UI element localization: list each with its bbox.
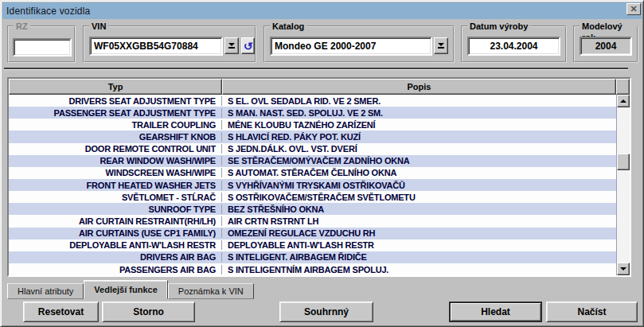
table-row[interactable]: AIR CURTAIN RESTRAINT(RH/LH) AIR CRTN RS…: [9, 215, 616, 227]
scrollbar-thumb[interactable]: [617, 154, 630, 170]
cell-typ: TRAILER COUPLING: [9, 120, 222, 130]
cell-typ: DRIVERS SEAT ADJUSTMENT TYPE: [9, 96, 222, 106]
cell-popis: DEPLOYABLE ANTI-W'LASH RESTR: [222, 240, 616, 250]
cell-typ: DOOR REMOTE CONTROL UNIT: [9, 144, 222, 154]
close-icon: ✕: [630, 5, 637, 14]
vertical-scrollbar[interactable]: [616, 95, 630, 275]
tab-vedlej-funkce[interactable]: Vedlejší funkce: [84, 280, 167, 299]
refresh-icon: ↺: [244, 40, 253, 53]
dropdown-arrow-icon: [438, 43, 444, 46]
cell-typ: AIR CURTAINS (USE CP1 FAMILY): [9, 228, 222, 238]
table-row[interactable]: PASSENGERS AIR BAG S INTELIGENTNÍM AIRBA…: [9, 263, 616, 275]
summary-button[interactable]: Souhrnný: [279, 302, 373, 322]
cell-typ: WINDSCREEN WASH/WIPE: [9, 168, 222, 177]
cell-popis: BEZ STŘEŠNÍHO OKNA: [222, 204, 616, 214]
scrollbar-track[interactable]: [617, 170, 630, 263]
table-rows: DRIVERS SEAT ADJUSTMENT TYPE S EL. OVL S…: [9, 95, 616, 275]
cell-typ: REAR WINDOW WASH/WIPE: [9, 156, 222, 165]
column-header-typ[interactable]: Typ: [9, 79, 222, 95]
close-button[interactable]: ✕: [626, 3, 641, 15]
titlebar[interactable]: Identifikace vozidla: [2, 2, 642, 19]
scroll-down-icon: [620, 267, 626, 271]
vin-input[interactable]: [91, 38, 221, 54]
cell-popis: SE STĚRAČEM/OMÝVAČEM ZADNÍHO OKNA: [222, 156, 616, 165]
tab-strip: Hlavní atributy Vedlejší funkce Poznámka…: [7, 280, 254, 299]
cell-typ: DRIVERS AIR BAG: [9, 252, 222, 262]
cell-popis: S INTELIGENTNÍM AIRBAGEM SPOLUJ.: [222, 265, 616, 274]
table-row[interactable]: REAR WINDOW WASH/WIPE SE STĚRAČEM/OMÝVAČ…: [9, 155, 616, 167]
table-row[interactable]: PASSENGER SEAT ADJUSTMENT TYPE S MAN. NA…: [9, 107, 616, 119]
cancel-button[interactable]: Storno: [102, 302, 195, 322]
cell-typ: SVĚTLOMET - STĹRAČ: [9, 193, 222, 202]
model-year-group: Modelový rok 2004: [573, 25, 638, 63]
table-row[interactable]: DOOR REMOTE CONTROL UNIT S JEDN.DÁLK. OV…: [9, 143, 616, 155]
column-header-popis[interactable]: Popis: [222, 79, 616, 95]
dropdown-underline-icon: [228, 47, 235, 49]
table-row[interactable]: FRONT HEATED WASHER JETS S VYHŘÍVANÝMI T…: [9, 179, 616, 191]
cell-typ: SUNROOF TYPE: [9, 204, 222, 214]
vin-dropdown-button[interactable]: [224, 37, 239, 54]
cell-popis: MÉNE KLOUBU TAZNÉHO ZARÍZENÍ: [222, 120, 616, 130]
cell-popis: S HLAVICÍ RED. PÁKY POT. KUZÍ: [222, 132, 616, 142]
separator-line: [4, 68, 628, 70]
dropdown-underline-icon: [438, 47, 444, 49]
tab-hlavn-atributy[interactable]: Hlavní atributy: [7, 283, 84, 299]
rz-group: RZ: [7, 25, 76, 63]
scroll-up-button[interactable]: [617, 95, 630, 107]
scroll-down-button[interactable]: [617, 263, 630, 275]
cell-popis: OMEZENÍ REGULACE VZDUCHU RH: [222, 228, 616, 238]
cell-typ: DEPLOYABLE ANTI-W'LASH RESTR: [9, 240, 222, 250]
cell-popis: S OSTŘIKOVAČEM/STĚRAČEM SVĚTLOMETU: [222, 193, 616, 202]
load-button[interactable]: Načíst: [546, 302, 638, 322]
katalog-dropdown-button[interactable]: [434, 37, 448, 54]
scroll-up-icon: [620, 99, 626, 103]
katalog-input[interactable]: [271, 38, 431, 54]
table-row[interactable]: SVĚTLOMET - STĹRAČ S OSTŘIKOVAČEM/STĚRAČ…: [9, 191, 616, 203]
rz-label: RZ: [14, 21, 30, 32]
table-row[interactable]: DEPLOYABLE ANTI-W'LASH RESTR DEPLOYABLE …: [9, 239, 616, 251]
production-date-input[interactable]: [469, 38, 559, 54]
table-row[interactable]: GEARSHIFT KNOB S HLAVICÍ RED. PÁKY POT. …: [9, 130, 616, 142]
table-row[interactable]: SUNROOF TYPE BEZ STŘEŠNÍHO OKNA: [9, 203, 616, 215]
cell-typ: FRONT HEATED WASHER JETS: [9, 181, 222, 190]
cell-popis: S VYHŘÍVANÝMI TRYSKAMI OSTŘIKOVAČŮ: [222, 181, 616, 190]
cell-popis: S JEDN.DÁLK. OVL. VST. DVERÍ: [222, 144, 616, 154]
table-row[interactable]: TRAILER COUPLING MÉNE KLOUBU TAZNÉHO ZAR…: [9, 119, 616, 130]
attributes-table: Typ Popis DRIVERS SEAT ADJUSTMENT TYPE S…: [7, 77, 631, 277]
vehicle-identification-dialog: Identifikace vozidla ✕ RZ VIN ↺ Katalog: [0, 0, 644, 327]
window-title: Identifikace vozidla: [6, 6, 90, 17]
table-row[interactable]: DRIVERS SEAT ADJUSTMENT TYPE S EL. OVL S…: [9, 95, 616, 107]
cell-typ: GEARSHIFT KNOB: [9, 132, 222, 142]
vin-refresh-button[interactable]: ↺: [241, 37, 255, 54]
search-button[interactable]: Hledat: [449, 302, 542, 322]
reset-button[interactable]: Resetovat: [23, 302, 99, 322]
cell-typ: AIR CURTAIN RESTRAINT(RH/LH): [9, 216, 222, 226]
production-date-label: Datum výroby: [467, 21, 530, 32]
vin-group: VIN ↺: [83, 25, 256, 63]
cell-popis: S MAN. NAST. SED. SPOLUJ. VE 2 SM.: [222, 108, 616, 118]
cell-typ: PASSENGERS AIR BAG: [9, 265, 222, 274]
katalog-group: Katalog: [263, 25, 455, 63]
production-date-group: Datum výroby: [461, 25, 567, 63]
cell-popis: S AUTOMAT. STĚRAČEM ČELNÍHO OKNA: [222, 168, 616, 177]
table-row[interactable]: AIR CURTAINS (USE CP1 FAMILY) OMEZENÍ RE…: [9, 228, 616, 239]
rz-input[interactable]: [14, 41, 70, 56]
cell-typ: PASSENGER SEAT ADJUSTMENT TYPE: [9, 108, 222, 118]
table-row[interactable]: WINDSCREEN WASH/WIPE S AUTOMAT. STĚRAČEM…: [9, 167, 616, 179]
table-row[interactable]: DRIVERS AIR BAG S INTELIGENT. AIRBAGEM Ř…: [9, 251, 616, 263]
cell-popis: S INTELIGENT. AIRBAGEM ŘIDIČE: [222, 252, 616, 262]
katalog-label: Katalog: [270, 21, 306, 32]
table-header: Typ Popis: [9, 79, 630, 95]
model-year-value: 2004: [580, 37, 632, 56]
tab-pozn-mka-k-vin[interactable]: Poznámka k VIN: [168, 283, 254, 299]
dropdown-arrow-icon: [228, 43, 235, 46]
header-corner: [616, 79, 630, 95]
vin-label: VIN: [89, 21, 108, 32]
cell-popis: S EL. OVL SEDADLA RID. VE 2 SMER.: [222, 96, 616, 106]
cell-popis: AIR CRTN RSTRNT LH: [222, 216, 616, 226]
